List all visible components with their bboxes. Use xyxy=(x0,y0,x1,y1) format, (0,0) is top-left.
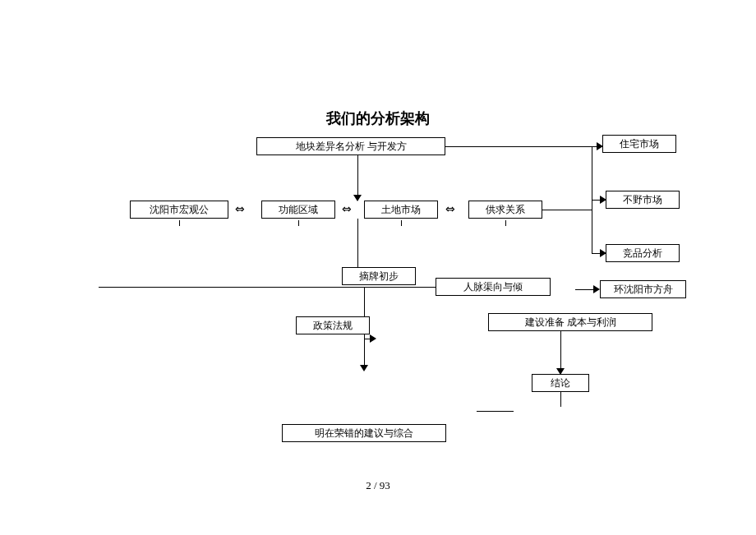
connector xyxy=(477,411,514,412)
box-field-market: 不野市场 xyxy=(606,191,680,209)
connector xyxy=(364,287,365,316)
connector xyxy=(99,287,436,288)
connector xyxy=(542,210,592,210)
page-footer: 2 / 93 xyxy=(0,479,756,492)
box-shenyang-ark: 环沈阳市方舟 xyxy=(600,280,686,298)
tick xyxy=(401,220,402,226)
page-title: 我们的分析架构 xyxy=(0,108,756,128)
arrow-right-icon xyxy=(593,285,600,293)
box-land-market: 土地市场 xyxy=(364,201,438,219)
box-residential: 住宅市场 xyxy=(602,135,676,153)
arrow-down-icon xyxy=(353,195,362,201)
arrow-right-icon xyxy=(370,334,376,343)
arrow-right-icon xyxy=(597,142,603,150)
tick xyxy=(505,220,506,226)
box-bid: 摘牌初步 xyxy=(342,267,416,285)
box-functional: 功能区域 xyxy=(261,201,335,219)
connector xyxy=(357,219,358,267)
box-competitor: 竞品分析 xyxy=(606,244,680,262)
box-suggestion: 明在荣错的建议与综合 xyxy=(282,424,446,442)
connector xyxy=(364,334,365,367)
double-arrow-icon: ⇔ xyxy=(445,202,455,216)
arrow-right-icon xyxy=(600,249,606,257)
arrow-down-icon xyxy=(556,368,565,375)
tick xyxy=(179,220,180,226)
connector xyxy=(445,146,592,147)
box-supply-demand: 供求关系 xyxy=(468,201,542,219)
connector xyxy=(560,392,561,407)
box-policy: 政策法规 xyxy=(296,316,370,334)
box-conclusion: 结论 xyxy=(532,374,589,392)
double-arrow-icon: ⇔ xyxy=(235,202,245,216)
arrow-right-icon xyxy=(600,196,606,204)
connector xyxy=(357,155,358,201)
double-arrow-icon: ⇔ xyxy=(342,202,352,216)
tick xyxy=(298,220,299,226)
box-macro: 沈阳市宏观公 xyxy=(130,201,228,219)
box-top-analysis: 地块差异名分析 与开发方 xyxy=(256,137,445,155)
box-cost-profit: 建设准备 成本与利润 xyxy=(488,313,652,331)
box-people: 人脉渠向与倾 xyxy=(436,278,551,296)
arrow-down-icon xyxy=(360,365,368,371)
